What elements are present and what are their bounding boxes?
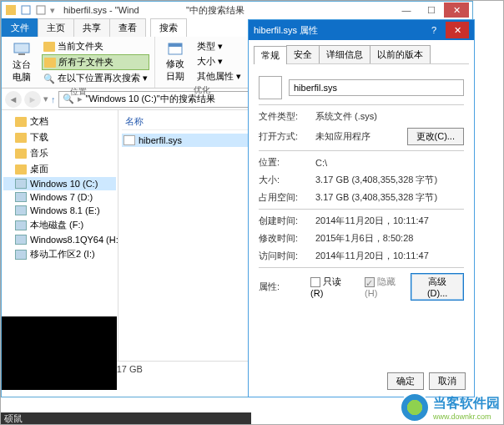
taskbar-item[interactable]: 硕鼠	[1, 412, 251, 424]
value-atime: 2014年11月20日，10:11:47	[315, 250, 464, 262]
ribbon-group-location: 这台 电脑 当前文件夹 所有子文件夹 🔍在以下位置再次搜索▾ 位置	[2, 37, 155, 88]
quick-access-toolbar: ▾ 搜索工具 hiberfil.sys - "Windows 10 (C:)"中…	[2, 2, 472, 18]
qat-new-icon[interactable]	[35, 4, 47, 16]
svg-rect-6	[169, 43, 182, 47]
watermark-logo: 当客软件园 www.downkr.com	[400, 392, 500, 422]
property-tabs: 常规 安全 详细信息 以前的版本	[254, 45, 469, 64]
ribbon-group-refine: 修改 日期 类型 ▾ 大小 ▾ 其他属性 ▾ 优化	[155, 37, 249, 88]
folder-icon	[15, 149, 27, 159]
ok-button[interactable]: 确定	[387, 372, 424, 390]
tab-view[interactable]: 查看	[109, 18, 146, 37]
group-label-location: 位置	[7, 85, 149, 98]
svg-rect-3	[14, 43, 29, 53]
tree-node[interactable]: Windows 10 (C:)	[3, 177, 116, 190]
tree-label: 移动工作区2 (I:)	[30, 248, 95, 261]
tree-label: 下载	[30, 131, 48, 144]
calendar-icon	[167, 41, 184, 56]
tab-search[interactable]: 搜索	[150, 18, 187, 37]
pc-icon	[13, 42, 31, 57]
tab-home[interactable]: 主页	[38, 18, 74, 37]
drive-icon	[15, 250, 27, 260]
drive-icon	[15, 235, 27, 245]
tree-label: Windows 10 (C:)	[30, 179, 98, 189]
tree-label: 音乐	[30, 147, 48, 159]
tab-previous[interactable]: 以前的版本	[370, 45, 431, 63]
folder-icon	[44, 58, 56, 68]
folder-icon	[15, 117, 27, 127]
tree-node[interactable]: 本地磁盘 (F:)	[3, 217, 116, 233]
qat-props-icon[interactable]	[20, 4, 32, 16]
context-tab-group: 搜索工具	[139, 2, 185, 17]
tree-node[interactable]: 移动工作区2 (I:)	[3, 246, 116, 262]
dialog-title: hiberfil.sys 属性	[254, 24, 318, 37]
tree-label: Windows 8.1 (E:)	[30, 205, 100, 215]
qat-dropdown-icon[interactable]: ▾	[50, 5, 55, 16]
this-pc-button[interactable]: 这台 电脑	[7, 39, 37, 85]
tab-file[interactable]: 文件	[2, 18, 38, 37]
tab-general[interactable]: 常规	[254, 46, 287, 64]
label-location: 位置:	[259, 156, 309, 169]
minimize-button[interactable]: —	[394, 3, 419, 18]
group-label-refine: 优化	[160, 83, 243, 96]
label-mtime: 修改时间:	[259, 232, 309, 245]
label-disk: 占用空间:	[259, 191, 309, 204]
tab-share[interactable]: 共享	[73, 18, 110, 37]
folder-icon	[15, 133, 27, 143]
change-button[interactable]: 更改(C)...	[407, 128, 464, 145]
tree-node[interactable]: Windows 8.1 (E:)	[3, 204, 116, 217]
dialog-help-button[interactable]: ?	[422, 22, 446, 38]
hidden-checkbox[interactable]: ✓隐藏(H)	[365, 276, 404, 298]
tree-node[interactable]: Windows8.1QY64 (H:)	[3, 233, 116, 246]
label-type: 文件类型:	[259, 110, 309, 123]
advanced-button[interactable]: 高级(D)...	[411, 273, 464, 301]
maximize-button[interactable]: ☐	[419, 3, 444, 18]
chevron-down-icon: ▾	[143, 73, 148, 83]
tree-label: Windows8.1QY64 (H:)	[30, 235, 118, 245]
size-button[interactable]: 大小 ▾	[195, 54, 243, 68]
filename-input[interactable]	[289, 79, 464, 96]
preview-thumbnail	[2, 316, 117, 390]
dialog-footer: 确定 取消	[387, 372, 466, 390]
mod-date-button[interactable]: 修改 日期	[160, 39, 190, 83]
value-mtime: 2015年1月6日，8:50:28	[315, 232, 464, 245]
tab-security[interactable]: 安全	[286, 45, 320, 63]
value-open: 未知应用程序	[315, 130, 401, 143]
value-disk: 3.17 GB (3,408,355,328 字节)	[315, 191, 464, 204]
logo-icon	[400, 392, 430, 422]
all-subfolders-button[interactable]: 所有子文件夹	[42, 54, 149, 70]
drive-icon	[15, 220, 27, 230]
folder-icon	[43, 42, 55, 52]
tree-label: 本地磁盘 (F:)	[30, 219, 83, 231]
drive-icon	[15, 205, 27, 215]
label-atime: 访问时间:	[259, 250, 309, 262]
file-type-icon	[259, 76, 282, 99]
tree-node[interactable]: 音乐	[3, 145, 116, 161]
dialog-titlebar[interactable]: hiberfil.sys 属性 ? ✕	[249, 20, 474, 40]
value-type: 系统文件 (.sys)	[315, 110, 464, 123]
drive-icon	[15, 192, 27, 202]
other-attr-button[interactable]: 其他属性 ▾	[195, 69, 243, 83]
tab-details[interactable]: 详细信息	[319, 45, 370, 63]
tree-node[interactable]: 桌面	[3, 161, 116, 177]
search-again-button[interactable]: 🔍在以下位置再次搜索▾	[42, 71, 149, 85]
current-folder-button[interactable]: 当前文件夹	[42, 39, 149, 53]
tree-node[interactable]: 下载	[3, 129, 116, 145]
value-location: C:\	[315, 158, 464, 168]
tree-node[interactable]: Windows 7 (D:)	[3, 190, 116, 204]
logo-text: 当客软件园	[433, 395, 500, 412]
value-ctime: 2014年11月20日，10:11:47	[315, 215, 464, 227]
cancel-button[interactable]: 取消	[429, 372, 466, 390]
context-label: 搜索工具	[139, 2, 186, 17]
close-button[interactable]: ✕	[444, 3, 469, 18]
type-button[interactable]: 类型 ▾	[195, 39, 243, 53]
search-icon: 🔍	[43, 73, 55, 83]
taskbar-label: 硕鼠	[4, 412, 23, 425]
folder-icon	[15, 164, 27, 175]
app-icon	[5, 4, 17, 16]
dialog-close-button[interactable]: ✕	[446, 22, 469, 38]
tree-label: 桌面	[30, 163, 48, 175]
svg-rect-2	[37, 6, 45, 14]
readonly-checkbox[interactable]: 只读(R)	[310, 276, 350, 298]
tree-node[interactable]: 文档	[3, 114, 116, 129]
label-ctime: 创建时间:	[259, 215, 309, 227]
